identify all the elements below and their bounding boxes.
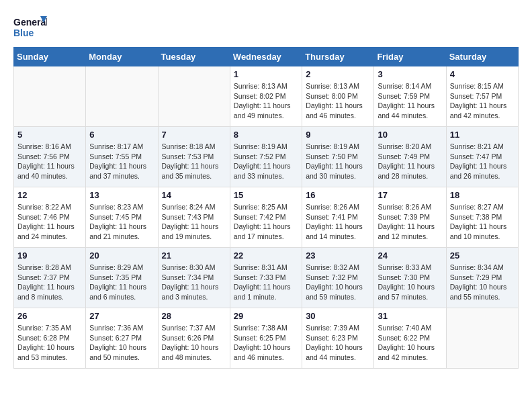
day-info: Sunrise: 8:15 AM Sunset: 7:57 PM Dayligh… (450, 81, 515, 121)
calendar-cell: 2Sunrise: 8:13 AM Sunset: 8:00 PM Daylig… (302, 66, 374, 127)
day-info: Sunrise: 8:19 AM Sunset: 7:52 PM Dayligh… (234, 142, 298, 181)
day-info: Sunrise: 8:24 AM Sunset: 7:43 PM Dayligh… (162, 202, 226, 242)
day-number: 24 (378, 250, 442, 261)
day-info: Sunrise: 8:31 AM Sunset: 7:33 PM Dayligh… (234, 263, 298, 302)
day-number: 30 (306, 311, 370, 321)
calendar-cell: 12Sunrise: 8:22 AM Sunset: 7:46 PM Dayli… (14, 187, 86, 248)
calendar-week-row: 19Sunrise: 8:28 AM Sunset: 7:37 PM Dayli… (14, 248, 519, 308)
day-header-tuesday: Tuesday (158, 48, 230, 66)
day-number: 2 (306, 69, 370, 79)
day-info: Sunrise: 8:18 AM Sunset: 7:53 PM Dayligh… (162, 142, 226, 181)
day-info: Sunrise: 8:13 AM Sunset: 8:02 PM Dayligh… (234, 81, 298, 121)
day-info: Sunrise: 8:28 AM Sunset: 7:37 PM Dayligh… (17, 263, 82, 302)
day-number: 12 (17, 190, 82, 200)
calendar-cell: 29Sunrise: 7:38 AM Sunset: 6:25 PM Dayli… (230, 308, 302, 369)
day-header-friday: Friday (374, 48, 446, 66)
day-number: 27 (89, 311, 154, 321)
day-info: Sunrise: 8:34 AM Sunset: 7:29 PM Dayligh… (450, 263, 515, 302)
calendar-cell: 27Sunrise: 7:36 AM Sunset: 6:27 PM Dayli… (86, 308, 158, 369)
calendar-cell (158, 66, 230, 127)
calendar-cell: 9Sunrise: 8:19 AM Sunset: 7:50 PM Daylig… (302, 127, 374, 187)
page-header: GeneralBlue (13, 13, 519, 40)
day-number: 15 (234, 190, 298, 200)
day-number: 1 (234, 69, 298, 79)
svg-text:Blue: Blue (13, 28, 34, 38)
calendar-cell: 26Sunrise: 7:35 AM Sunset: 6:28 PM Dayli… (14, 308, 86, 369)
calendar-week-row: 5Sunrise: 8:16 AM Sunset: 7:56 PM Daylig… (14, 127, 519, 187)
calendar-cell: 30Sunrise: 7:39 AM Sunset: 6:23 PM Dayli… (302, 308, 374, 369)
day-number: 4 (450, 69, 515, 79)
day-info: Sunrise: 8:32 AM Sunset: 7:32 PM Dayligh… (306, 263, 370, 302)
day-info: Sunrise: 8:30 AM Sunset: 7:34 PM Dayligh… (162, 263, 226, 302)
calendar-cell: 18Sunrise: 8:27 AM Sunset: 7:38 PM Dayli… (446, 187, 518, 248)
calendar-cell (86, 66, 158, 127)
calendar-cell: 22Sunrise: 8:31 AM Sunset: 7:33 PM Dayli… (230, 248, 302, 308)
calendar-cell: 4Sunrise: 8:15 AM Sunset: 7:57 PM Daylig… (446, 66, 518, 127)
calendar-table: SundayMondayTuesdayWednesdayThursdayFrid… (13, 47, 519, 369)
day-number: 22 (234, 250, 298, 261)
calendar-cell: 20Sunrise: 8:29 AM Sunset: 7:35 PM Dayli… (86, 248, 158, 308)
day-info: Sunrise: 8:23 AM Sunset: 7:45 PM Dayligh… (89, 202, 154, 242)
day-info: Sunrise: 8:16 AM Sunset: 7:56 PM Dayligh… (17, 142, 82, 181)
calendar-week-row: 26Sunrise: 7:35 AM Sunset: 6:28 PM Dayli… (14, 308, 519, 369)
day-number: 23 (306, 250, 370, 261)
calendar-cell: 13Sunrise: 8:23 AM Sunset: 7:45 PM Dayli… (86, 187, 158, 248)
day-info: Sunrise: 8:14 AM Sunset: 7:59 PM Dayligh… (378, 81, 442, 121)
day-number: 29 (234, 311, 298, 321)
day-info: Sunrise: 8:13 AM Sunset: 8:00 PM Dayligh… (306, 81, 370, 121)
calendar-week-row: 12Sunrise: 8:22 AM Sunset: 7:46 PM Dayli… (14, 187, 519, 248)
calendar-header-row: SundayMondayTuesdayWednesdayThursdayFrid… (14, 48, 519, 66)
calendar-cell: 10Sunrise: 8:20 AM Sunset: 7:49 PM Dayli… (374, 127, 446, 187)
day-number: 28 (162, 311, 226, 321)
calendar-cell: 8Sunrise: 8:19 AM Sunset: 7:52 PM Daylig… (230, 127, 302, 187)
day-info: Sunrise: 8:22 AM Sunset: 7:46 PM Dayligh… (17, 202, 82, 242)
day-number: 7 (162, 130, 226, 140)
day-info: Sunrise: 8:29 AM Sunset: 7:35 PM Dayligh… (89, 263, 154, 302)
day-number: 10 (378, 130, 442, 140)
calendar-cell (446, 308, 518, 369)
day-number: 21 (162, 250, 226, 261)
day-number: 19 (17, 250, 82, 261)
calendar-cell: 19Sunrise: 8:28 AM Sunset: 7:37 PM Dayli… (14, 248, 86, 308)
day-number: 3 (378, 69, 442, 79)
day-number: 13 (89, 190, 154, 200)
day-info: Sunrise: 8:27 AM Sunset: 7:38 PM Dayligh… (450, 202, 515, 242)
calendar-cell: 6Sunrise: 8:17 AM Sunset: 7:55 PM Daylig… (86, 127, 158, 187)
day-number: 6 (89, 130, 154, 140)
day-info: Sunrise: 7:35 AM Sunset: 6:28 PM Dayligh… (17, 323, 82, 363)
calendar-cell: 31Sunrise: 7:40 AM Sunset: 6:22 PM Dayli… (374, 308, 446, 369)
day-number: 16 (306, 190, 370, 200)
calendar-cell: 17Sunrise: 8:26 AM Sunset: 7:39 PM Dayli… (374, 187, 446, 248)
calendar-cell (14, 66, 86, 127)
day-info: Sunrise: 7:39 AM Sunset: 6:23 PM Dayligh… (306, 323, 370, 363)
day-header-monday: Monday (86, 48, 158, 66)
calendar-body: 1Sunrise: 8:13 AM Sunset: 8:02 PM Daylig… (14, 66, 519, 369)
calendar-cell: 21Sunrise: 8:30 AM Sunset: 7:34 PM Dayli… (158, 248, 230, 308)
calendar-cell: 5Sunrise: 8:16 AM Sunset: 7:56 PM Daylig… (14, 127, 86, 187)
day-number: 9 (306, 130, 370, 140)
calendar-cell: 23Sunrise: 8:32 AM Sunset: 7:32 PM Dayli… (302, 248, 374, 308)
day-header-sunday: Sunday (14, 48, 86, 66)
day-number: 26 (17, 311, 82, 321)
day-info: Sunrise: 8:26 AM Sunset: 7:41 PM Dayligh… (306, 202, 370, 242)
day-info: Sunrise: 7:40 AM Sunset: 6:22 PM Dayligh… (378, 323, 442, 363)
calendar-cell: 28Sunrise: 7:37 AM Sunset: 6:26 PM Dayli… (158, 308, 230, 369)
day-header-thursday: Thursday (302, 48, 374, 66)
day-number: 31 (378, 311, 442, 321)
day-info: Sunrise: 8:19 AM Sunset: 7:50 PM Dayligh… (306, 142, 370, 181)
calendar-cell: 7Sunrise: 8:18 AM Sunset: 7:53 PM Daylig… (158, 127, 230, 187)
day-info: Sunrise: 8:21 AM Sunset: 7:47 PM Dayligh… (450, 142, 515, 181)
day-info: Sunrise: 7:38 AM Sunset: 6:25 PM Dayligh… (234, 323, 298, 363)
calendar-cell: 11Sunrise: 8:21 AM Sunset: 7:47 PM Dayli… (446, 127, 518, 187)
calendar-cell: 25Sunrise: 8:34 AM Sunset: 7:29 PM Dayli… (446, 248, 518, 308)
logo: GeneralBlue (13, 13, 47, 40)
day-info: Sunrise: 8:33 AM Sunset: 7:30 PM Dayligh… (378, 263, 442, 302)
calendar-cell: 15Sunrise: 8:25 AM Sunset: 7:42 PM Dayli… (230, 187, 302, 248)
calendar-week-row: 1Sunrise: 8:13 AM Sunset: 8:02 PM Daylig… (14, 66, 519, 127)
day-info: Sunrise: 8:26 AM Sunset: 7:39 PM Dayligh… (378, 202, 442, 242)
day-number: 20 (89, 250, 154, 261)
day-number: 11 (450, 130, 515, 140)
calendar-cell: 3Sunrise: 8:14 AM Sunset: 7:59 PM Daylig… (374, 66, 446, 127)
day-number: 5 (17, 130, 82, 140)
day-info: Sunrise: 8:25 AM Sunset: 7:42 PM Dayligh… (234, 202, 298, 242)
